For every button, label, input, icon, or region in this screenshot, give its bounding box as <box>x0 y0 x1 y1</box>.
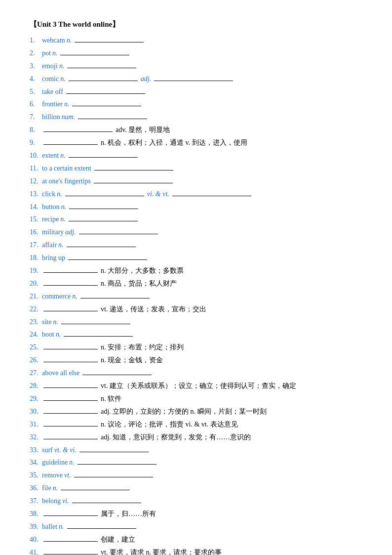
item-number: 27. <box>30 367 40 380</box>
fill-in-blank-extra <box>154 74 233 81</box>
item-word: surf <box>42 444 53 457</box>
item-number: 34. <box>30 456 40 469</box>
list-item: 6.frontiern. <box>30 98 362 111</box>
fill-in-blank <box>69 214 138 221</box>
item-number: 26. <box>30 354 40 367</box>
fill-in-blank <box>43 138 98 145</box>
item-number: 25. <box>30 341 40 354</box>
item-number: 5. <box>30 85 40 98</box>
list-item: 9.n. 机会，权利；入径，通道 v. 到达，进入，使用 <box>30 136 362 149</box>
fill-in-blank <box>60 48 129 55</box>
item-word: ballet <box>42 520 57 533</box>
fill-in-blank <box>43 342 98 349</box>
item-pos: n. <box>69 456 75 469</box>
item-number: 10. <box>30 149 40 162</box>
item-word: recipe <box>42 213 59 226</box>
item-number: 6. <box>30 98 40 111</box>
list-item: 33.surfvt. & vi. <box>30 444 362 457</box>
item-pos: n. <box>53 482 58 495</box>
item-number: 2. <box>30 47 40 60</box>
item-number: 4. <box>30 73 40 85</box>
fill-in-blank <box>94 164 173 171</box>
item-meaning: adj. 立即的，立刻的；方便的 n. 瞬间，片刻；某一时刻 <box>101 405 267 418</box>
item-number: 30. <box>30 405 40 418</box>
fill-in-blank <box>67 522 136 529</box>
item-number: 31. <box>30 418 40 431</box>
item-word: bring up <box>42 252 65 264</box>
item-pos: n. <box>59 60 65 73</box>
fill-in-blank <box>43 125 113 132</box>
fill-in-blank <box>43 266 98 273</box>
list-item: 8.adv. 显然，明显地 <box>30 124 362 136</box>
item-word: remove <box>42 469 63 482</box>
fill-in-blank <box>43 355 98 362</box>
item-number: 39. <box>30 520 40 533</box>
list-item: 34.guidelinen. <box>30 456 362 469</box>
item-pos: n. <box>60 149 66 162</box>
fill-in-blank <box>43 407 98 414</box>
item-number: 9. <box>30 136 40 149</box>
fill-in-blank <box>43 279 98 286</box>
fill-in-blank <box>43 420 98 427</box>
list-item: 16.militaryadj. <box>30 226 362 239</box>
fill-in-blank <box>69 151 138 158</box>
item-pos: n. <box>52 47 58 60</box>
title: 【Unit 3 The world online】 <box>30 20 362 29</box>
list-item: 39.balletn. <box>30 520 362 533</box>
item-pos: n. <box>53 316 58 329</box>
item-meaning: 创建，建立 <box>101 533 135 546</box>
item-number: 15. <box>30 213 40 226</box>
fill-in-blank <box>69 74 138 81</box>
list-item: 10.extentn. <box>30 149 362 162</box>
list-item: 36.filen. <box>30 482 362 495</box>
fill-in-blank <box>61 483 130 490</box>
list-item: 27.above all else <box>30 367 362 380</box>
fill-in-blank <box>43 535 98 542</box>
item-number: 35. <box>30 469 40 482</box>
item-number: 18. <box>30 252 40 264</box>
item-number: 21. <box>30 290 40 303</box>
item-number: 3. <box>30 60 40 73</box>
item-number: 41. <box>30 546 40 555</box>
list-item: 13.clickn.vi. & vt. <box>30 188 362 201</box>
item-pos: vt. & vi. <box>54 444 77 457</box>
list-item: 32.adj. 知道，意识到；察觉到，发觉；有……意识的 <box>30 431 362 444</box>
item-number: 7. <box>30 111 40 124</box>
item-word: above all else <box>42 367 79 380</box>
item-number: 40. <box>30 533 40 546</box>
item-number: 12. <box>30 175 40 188</box>
item-pos: n. <box>57 188 62 201</box>
item-pos: n. <box>58 239 64 252</box>
item-word: comic <box>42 73 59 85</box>
item-meaning: n. 大部分，大多数；多数票 <box>101 264 184 277</box>
list-item: 23.siten. <box>30 316 362 329</box>
item-word: extent <box>42 149 59 162</box>
item-meaning: adv. 显然，明显地 <box>116 124 170 136</box>
fill-in-blank-extra <box>172 189 251 196</box>
item-number: 32. <box>30 431 40 444</box>
item-meaning: vt. 递送，传送；发表，宣布；交出 <box>101 303 206 316</box>
item-pos: n. <box>60 213 66 226</box>
item-pos: num. <box>62 111 76 124</box>
list-item: 19.n. 大部分，大多数；多数票 <box>30 264 362 277</box>
list-item: 15.recipen. <box>30 213 362 226</box>
list-item: 35.removevt. <box>30 469 362 482</box>
item-word: at one's fingertips <box>42 175 91 188</box>
item-number: 19. <box>30 264 40 277</box>
item-number: 24. <box>30 328 40 341</box>
item-word: site <box>42 316 51 329</box>
item-number: 38. <box>30 508 40 520</box>
item-number: 13. <box>30 188 40 201</box>
fill-in-blank <box>43 548 98 555</box>
fill-in-blank <box>72 496 141 503</box>
item-meaning: n. 议论，评论；批评，指责 vi. & vt. 表达意见 <box>101 418 238 431</box>
list-item: 3.emojin. <box>30 60 362 73</box>
item-pos: adj. <box>65 226 76 239</box>
list-item: 40.创建，建立 <box>30 533 362 546</box>
list-item: 14.buttonn. <box>30 201 362 213</box>
fill-in-blank <box>69 202 138 209</box>
fill-in-blank <box>43 304 98 311</box>
item-word: to a certain extent <box>42 162 91 175</box>
item-extra-pos: adj. <box>141 73 151 85</box>
list-item: 28.vt. 建立（关系或联系）；设立；确立；使得到认可；查实，确定 <box>30 380 362 392</box>
